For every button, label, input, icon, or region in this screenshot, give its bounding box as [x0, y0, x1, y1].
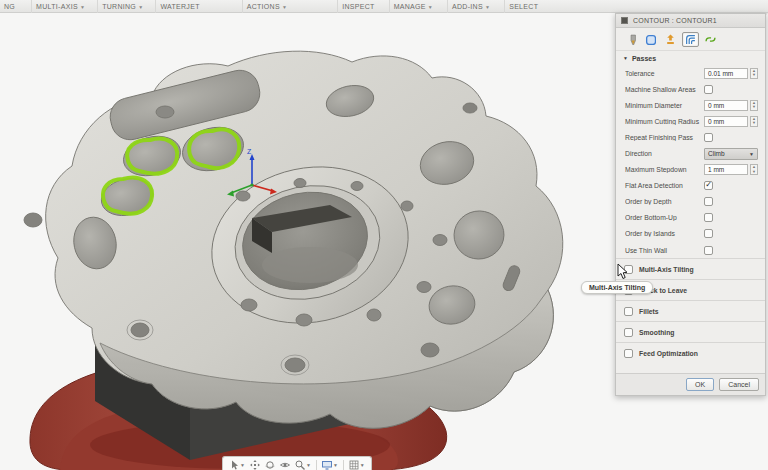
chevron-down-icon: ▼	[306, 462, 311, 468]
field-label: Machine Shallow Areas	[625, 86, 704, 93]
ribbon-tab-select[interactable]: SELECT	[504, 0, 542, 13]
repeat-finishing-pass-checkbox[interactable]	[704, 133, 713, 142]
heights-icon	[665, 34, 676, 45]
zoom-icon	[295, 460, 305, 470]
ribbon-tab-manage[interactable]: MANAGE▼	[389, 0, 437, 13]
passes-section-header[interactable]: ▼ Passes	[616, 51, 765, 65]
group-row-multi-axis-tilting: Multi-Axis Tilting	[616, 258, 765, 279]
field-label: Repeat Finishing Pass	[625, 134, 704, 141]
orbit-icon	[265, 460, 275, 470]
field-row-repeat-finishing-pass: Repeat Finishing Pass	[616, 129, 765, 145]
pan-icon	[250, 460, 260, 470]
group-label: Multi-Axis Tilting	[639, 266, 694, 273]
field-row-minimum-diameter: Minimum Diameter0 mm▲▼	[616, 97, 765, 113]
nav-select-arrow-button[interactable]: ▼	[227, 459, 247, 470]
group-label: Feed Optimization	[639, 350, 698, 357]
group-row-feed-optimization: Feed Optimization	[616, 342, 765, 363]
chevron-down-icon: ▼	[282, 4, 287, 10]
group-label: Fillets	[639, 308, 659, 315]
ribbon-tab-waterjet[interactable]: WATERJET	[155, 0, 203, 13]
dialog-tab-geometry-icon[interactable]	[642, 32, 659, 47]
field-label: Direction	[625, 150, 704, 157]
order-by-depth-checkbox[interactable]	[704, 197, 713, 206]
field-label: Minimum Diameter	[625, 102, 704, 109]
ribbon-toolbar: NGMULTI-AXIS▼TURNING▼WATERJETACTIONS▼INS…	[0, 0, 768, 13]
look-at-icon	[280, 460, 290, 470]
nav-look-at-button[interactable]	[278, 459, 292, 470]
tool-icon	[625, 34, 636, 45]
triad-z-label: Z	[247, 148, 252, 155]
fillets-checkbox[interactable]	[624, 307, 633, 316]
order-bottom-up-checkbox[interactable]	[704, 213, 713, 222]
dialog-title-bar[interactable]: CONTOUR : CONTOUR1	[616, 14, 765, 28]
input-value[interactable]: 0 mm	[704, 116, 748, 127]
ribbon-tab-actions[interactable]: ACTIONS▼	[242, 0, 291, 13]
chevron-down-icon: ▼	[138, 4, 143, 10]
minimum-diameter-input[interactable]: 0 mm▲▼	[704, 100, 758, 111]
contour-dialog: CONTOUR : CONTOUR1 ▼ Passes Tolerance0.0…	[615, 13, 766, 396]
multi-axis-tilting-tooltip: Multi-Axis Tilting	[581, 281, 653, 294]
flat-area-detection-checkbox[interactable]	[704, 181, 713, 190]
toolbar-separator	[316, 460, 317, 470]
input-value[interactable]: 0 mm	[704, 100, 748, 111]
chevron-down-icon: ▼	[749, 151, 754, 157]
chevron-down-icon: ▼	[80, 4, 85, 10]
maximum-stepdown-input[interactable]: 1 mm▲▼	[704, 164, 758, 175]
group-row-smoothing: Smoothing	[616, 321, 765, 342]
use-thin-wall-checkbox[interactable]	[704, 246, 713, 255]
contour-operation-icon	[621, 17, 628, 24]
ribbon-tab-ng[interactable]: NG	[0, 0, 19, 13]
direction-dropdown[interactable]: Climb▼	[704, 148, 758, 160]
field-row-order-by-depth: Order by Depth	[616, 194, 765, 210]
field-label: Minimum Cutting Radius	[625, 118, 704, 125]
field-row-use-thin-wall: Use Thin Wall	[616, 242, 765, 258]
input-value[interactable]: 0.01 mm	[704, 68, 748, 79]
field-row-tolerance: Tolerance0.01 mm▲▼	[616, 65, 765, 81]
nav-grid-button[interactable]: ▼	[347, 459, 367, 470]
field-label: Use Thin Wall	[625, 247, 704, 254]
dialog-title: CONTOUR : CONTOUR1	[633, 17, 717, 24]
minimum-cutting-radius-input[interactable]: 0 mm▲▼	[704, 116, 758, 127]
chevron-down-icon: ▼	[485, 4, 490, 10]
tolerance-input[interactable]: 0.01 mm▲▼	[704, 68, 758, 79]
field-label: Order by Depth	[625, 198, 704, 205]
nav-display-settings-button[interactable]: ▼	[320, 459, 340, 470]
spinner-arrows-icon[interactable]: ▲▼	[750, 116, 758, 127]
dialog-tab-tool-icon[interactable]	[622, 32, 639, 47]
ribbon-tab-turning[interactable]: TURNING▼	[97, 0, 147, 13]
spinner-arrows-icon[interactable]: ▲▼	[750, 100, 758, 111]
linking-icon	[705, 34, 716, 45]
nav-zoom-button[interactable]: ▼	[293, 459, 313, 470]
dialog-groups: Multi-Axis TiltingStock to LeaveFilletsS…	[616, 258, 765, 363]
dialog-fields: Tolerance0.01 mm▲▼Machine Shallow AreasM…	[616, 65, 765, 258]
ribbon-tab-inspect[interactable]: INSPECT	[337, 0, 378, 13]
mouse-cursor	[617, 263, 629, 280]
field-row-flat-area-detection: Flat Area Detection	[616, 178, 765, 194]
field-label: Order by Islands	[625, 230, 704, 237]
spinner-arrows-icon[interactable]: ▲▼	[750, 164, 758, 175]
field-row-direction: DirectionClimb▼	[616, 145, 765, 161]
order-by-islands-checkbox[interactable]	[704, 229, 713, 238]
smoothing-checkbox[interactable]	[624, 328, 633, 337]
feed-optimization-checkbox[interactable]	[624, 349, 633, 358]
dialog-footer: OK Cancel	[616, 373, 765, 395]
chevron-down-icon: ▼	[333, 462, 338, 468]
spinner-arrows-icon[interactable]: ▲▼	[750, 68, 758, 79]
dialog-tab-passes-icon[interactable]	[682, 32, 699, 47]
nav-pan-button[interactable]	[248, 459, 262, 470]
grid-icon	[349, 460, 359, 470]
dialog-tab-heights-icon[interactable]	[662, 32, 679, 47]
input-value[interactable]: 1 mm	[704, 164, 748, 175]
ribbon-tab-multi-axis[interactable]: MULTI-AXIS▼	[31, 0, 89, 13]
dialog-tab-linking-icon[interactable]	[702, 32, 719, 47]
field-row-machine-shallow-areas: Machine Shallow Areas	[616, 81, 765, 97]
chevron-down-icon: ▼	[240, 462, 245, 468]
nav-orbit-button[interactable]	[263, 459, 277, 470]
cancel-button[interactable]: Cancel	[719, 378, 759, 391]
chevron-down-icon: ▼	[360, 462, 365, 468]
machine-shallow-areas-checkbox[interactable]	[704, 85, 713, 94]
ribbon-tab-add-ins[interactable]: ADD-INS▼	[447, 0, 494, 13]
ok-button[interactable]: OK	[686, 378, 714, 391]
chevron-down-icon: ▼	[428, 4, 433, 10]
dialog-tab-strip	[616, 28, 765, 51]
